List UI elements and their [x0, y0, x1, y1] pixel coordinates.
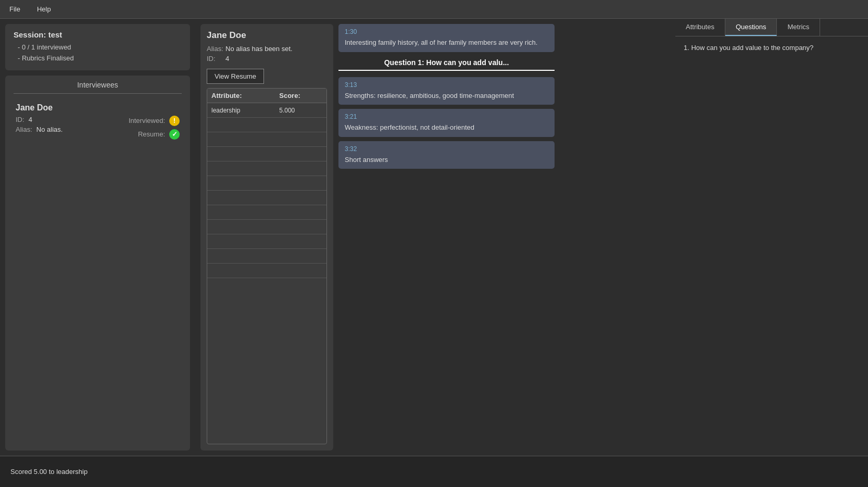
score-cell: [275, 147, 326, 161]
session-title: Session: test: [14, 30, 182, 39]
menubar: File Help: [0, 0, 868, 19]
transcript-answer-3-timestamp: 3:32: [345, 145, 548, 153]
right-tabs: Attributes Questions Metrics: [675, 19, 868, 36]
tab-metrics[interactable]: Metrics: [777, 19, 820, 36]
table-row[interactable]: [207, 249, 326, 264]
tab-questions[interactable]: Questions: [725, 19, 777, 36]
scoring-table: Attribute: Score: leadership5.000: [207, 88, 327, 444]
resume-label: Resume:: [138, 130, 165, 138]
table-row[interactable]: [207, 220, 326, 234]
transcript-panel: 1:30 Interesting family history, all of …: [338, 24, 555, 451]
score-cell: [275, 132, 326, 147]
score-cell: [275, 278, 326, 293]
transcript-answer-3-text: Short answers: [345, 155, 548, 165]
score-cell: [275, 161, 326, 176]
main-content: Session: test - 0 / 1 interviewed - Rubr…: [0, 19, 868, 456]
table-row[interactable]: [207, 191, 326, 205]
candidate-info: Alias: No alias has been set. ID: 4: [207, 45, 327, 63]
tab-attributes[interactable]: Attributes: [675, 19, 725, 36]
transcript-intro-timestamp: 1:30: [345, 28, 548, 35]
candidate-alias-row: Alias: No alias has been set.: [207, 45, 327, 53]
transcript-answer-2-text: Weakness: perfectionist, not detail-orie…: [345, 122, 548, 133]
menu-help[interactable]: Help: [34, 3, 54, 15]
interviewees-title: Interviewees: [14, 81, 182, 94]
interviewee-details: ID: 4 Alias: No alias. Interviewed: !: [16, 116, 180, 140]
score-cell: [275, 220, 326, 234]
transcript-answer-2: 3:21 Weakness: perfectionist, not detail…: [338, 109, 555, 137]
session-line-2: - Rubrics Finalised: [18, 53, 182, 64]
table-row[interactable]: leadership5.000: [207, 103, 326, 118]
attribute-cell: [207, 118, 275, 132]
transcript-intro-item: 1:30 Interesting family history, all of …: [338, 24, 555, 52]
session-box: Session: test - 0 / 1 interviewed - Rubr…: [5, 24, 190, 70]
table-row[interactable]: [207, 118, 326, 132]
table-row[interactable]: [207, 147, 326, 161]
transcript-answer-3: 3:32 Short answers: [338, 141, 555, 169]
attribute-header: Attribute:: [207, 89, 275, 103]
attribute-cell: [207, 249, 275, 264]
score-cell: [275, 234, 326, 249]
question-header: Question 1: How can you add valu...: [338, 58, 555, 71]
attribute-cell: [207, 132, 275, 147]
attribute-cell: leadership: [207, 103, 275, 118]
table-row[interactable]: [207, 132, 326, 147]
candidate-alias-label: Alias:: [207, 45, 221, 53]
status-text: Scored 5.00 to leadership: [10, 468, 87, 476]
candidate-id-value: 4: [225, 55, 229, 63]
interviewed-row: Interviewed: !: [129, 116, 180, 126]
id-value: 4: [29, 116, 32, 123]
right-panel: Attributes Questions Metrics 1. How can …: [675, 19, 868, 456]
score-cell: [275, 191, 326, 205]
score-cell: [275, 205, 326, 220]
id-row: ID: 4: [16, 116, 62, 123]
interviewee-left: ID: 4 Alias: No alias.: [16, 116, 62, 133]
interviewee-name: Jane Doe: [16, 103, 180, 113]
attribute-cell: [207, 161, 275, 176]
transcript-answer-1: 3:13 Strengths: resilience, ambitious, g…: [338, 77, 555, 105]
attribute-cell: [207, 176, 275, 191]
status-bar: Scored 5.00 to leadership: [0, 456, 868, 487]
attribute-cell: [207, 278, 275, 293]
candidate-name: Jane Doe: [207, 30, 327, 41]
interviewee-card[interactable]: Jane Doe ID: 4 Alias: No alias.: [14, 99, 182, 144]
interviewees-box: Interviewees Jane Doe ID: 4 Alias: No al…: [5, 76, 190, 451]
table-row[interactable]: [207, 234, 326, 249]
menu-file[interactable]: File: [6, 3, 23, 15]
alias-label: Alias:: [16, 126, 32, 133]
attribute-cell: [207, 234, 275, 249]
left-panel: Session: test - 0 / 1 interviewed - Rubr…: [0, 19, 195, 456]
table-row[interactable]: [207, 278, 326, 293]
attribute-cell: [207, 147, 275, 161]
table-row[interactable]: [207, 161, 326, 176]
transcript-answer-1-timestamp: 3:13: [345, 81, 548, 89]
right-content: 1. How can you add value to the company?: [675, 36, 868, 59]
interviewed-label: Interviewed:: [129, 117, 165, 124]
transcript-answer-1-text: Strengths: resilience, ambitious, good t…: [345, 91, 548, 101]
score-cell: [275, 264, 326, 278]
interviewee-right: Interviewed: ! Resume: ✓: [129, 116, 180, 140]
score-header: Score:: [275, 89, 326, 103]
id-label: ID:: [16, 116, 24, 123]
transcript-answer-2-timestamp: 3:21: [345, 113, 548, 120]
score-cell: [275, 118, 326, 132]
attribute-cell: [207, 205, 275, 220]
score-cell: [275, 249, 326, 264]
candidate-id-label: ID:: [207, 55, 221, 63]
table-row[interactable]: [207, 176, 326, 191]
transcript-intro-text: Interesting family history, all of her f…: [345, 38, 548, 48]
resume-success-icon: ✓: [169, 129, 180, 140]
score-cell: 5.000: [275, 103, 326, 118]
candidate-alias-value: No alias has been set.: [225, 45, 293, 53]
interviewed-warning-icon: !: [169, 116, 180, 126]
session-line-1: - 0 / 1 interviewed: [18, 42, 182, 53]
table-row[interactable]: [207, 264, 326, 278]
attribute-cell: [207, 264, 275, 278]
view-resume-button[interactable]: View Resume: [207, 69, 264, 84]
alias-row: Alias: No alias.: [16, 126, 62, 133]
attribute-cell: [207, 191, 275, 205]
table-row[interactable]: [207, 205, 326, 220]
middle-section: Jane Doe Alias: No alias has been set. I…: [195, 19, 675, 456]
alias-value: No alias.: [36, 126, 63, 133]
candidate-panel: Jane Doe Alias: No alias has been set. I…: [200, 24, 333, 451]
attribute-cell: [207, 220, 275, 234]
